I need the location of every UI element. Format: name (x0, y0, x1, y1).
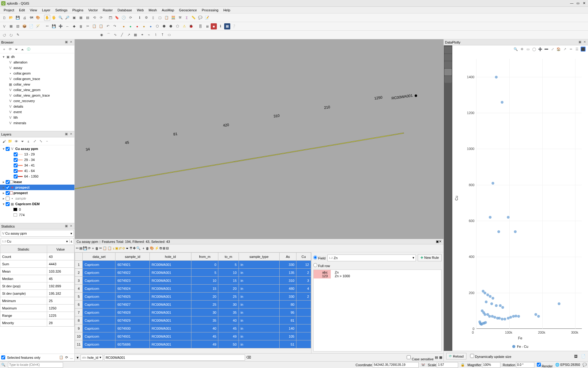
case-sensitive-checkbox[interactable]: Case sensitive (407, 354, 434, 361)
table-row[interactable]: 11Capricorn6075686RC00WA0014950in51 (75, 340, 311, 348)
copy-icon[interactable]: 📋 (91, 23, 97, 29)
browser-item[interactable]: •collar.geom (0, 71, 74, 76)
open-project-icon[interactable]: 📂 (8, 15, 14, 21)
attr-dock-icon[interactable]: ▣ (436, 240, 439, 243)
dp-zoomin-icon[interactable]: ➕ (538, 47, 543, 52)
stats-refresh-icon[interactable]: ⟳ (65, 355, 68, 359)
zoom-last-icon[interactable]: ⟲ (91, 15, 97, 21)
browser-item[interactable]: Vdetails (0, 104, 74, 109)
trace-icon[interactable]: ↗ (126, 32, 132, 38)
layout1-icon[interactable]: ⊞ (163, 246, 165, 250)
coord-input[interactable] (373, 362, 419, 368)
dp-zoomout-icon[interactable]: ➖ (544, 47, 549, 52)
new-field-icon[interactable]: ＋ (142, 246, 145, 251)
del-field-icon[interactable]: 🗑 (146, 247, 149, 250)
offset-icon[interactable]: ⤒ (159, 32, 165, 38)
temporal-icon[interactable]: 🕒 (121, 15, 127, 21)
t3-b-icon[interactable]: ⭮ (8, 32, 14, 38)
multiedit-icon[interactable]: ▤ (79, 246, 82, 250)
split-icon[interactable]: ⌁ (146, 32, 152, 38)
reload-plot-button[interactable]: ⟳Reload (446, 353, 466, 359)
select-icon[interactable]: ▯ (150, 15, 156, 21)
dp-lasso-icon[interactable]: ◯ (532, 47, 537, 52)
redo-icon[interactable]: ↷ (111, 23, 118, 29)
attr-table[interactable]: data_set sample_id hole_id from_m to_m s… (75, 252, 311, 348)
menu-layer[interactable]: Layer (40, 8, 53, 13)
menu-help[interactable]: Help (221, 8, 233, 13)
db-icon[interactable]: 🗄 (197, 23, 203, 29)
dp-save-html-icon[interactable]: 📄 (581, 354, 586, 358)
line-icon[interactable]: ╱ (119, 32, 125, 38)
dp-autoscale-icon[interactable]: ⤢ (550, 47, 555, 52)
browser-item[interactable]: Vcollar_view_geom_trace (0, 93, 74, 98)
buffer-icon[interactable]: ⬭ (166, 32, 172, 38)
expr-filter-icon[interactable]: ε (26, 139, 31, 144)
new-project-icon[interactable]: 🗋 (1, 15, 7, 21)
refresh-browser-icon[interactable]: ⟳ (7, 47, 13, 52)
layers-close-icon[interactable]: ✕ (69, 132, 73, 136)
layout-manager-icon[interactable]: 🗺 (28, 15, 34, 21)
layer-prospect2[interactable]: ▸prospect (0, 190, 74, 196)
collapse-icon[interactable]: ⏶ (20, 47, 25, 52)
new-bookmark-icon[interactable]: 🔖 (114, 15, 120, 21)
dp-close-icon[interactable]: ✕ (582, 40, 587, 44)
pan-to-sel-icon[interactable]: ✥ (133, 246, 136, 250)
attr-h4[interactable]: from_m (191, 253, 218, 261)
measure-icon[interactable]: 📏 (190, 15, 197, 21)
attr-h3[interactable]: hole_id (149, 253, 191, 261)
stats-icon[interactable]: Σ (184, 15, 190, 21)
paste2-icon[interactable]: 📋 (107, 246, 112, 250)
table-row[interactable]: 7Capricorn6074928RC00WA0013035in95 (75, 309, 311, 316)
zoom-selection-icon[interactable]: ▦ (78, 15, 84, 21)
mesh-layer-icon[interactable]: ▧ (15, 23, 21, 29)
dp-tab-help[interactable] (444, 76, 452, 83)
plugin1-icon[interactable]: ● (121, 23, 127, 29)
dp-tab-view[interactable] (444, 69, 452, 75)
stats-close-icon[interactable]: ✕ (69, 224, 73, 228)
dp-tab-settings[interactable] (444, 47, 452, 53)
rot-input[interactable] (516, 362, 534, 368)
layer-range[interactable]: 41 - 64 (0, 168, 74, 174)
zoom-next-icon[interactable]: ⟳ (98, 15, 104, 21)
new-map-view-icon[interactable]: 🗔 (107, 15, 113, 21)
open-table-icon[interactable]: 📋 (164, 15, 170, 21)
zoom-in-icon[interactable]: 🔍 (58, 15, 64, 21)
undo-icon[interactable]: ↶ (105, 23, 111, 29)
layout2-icon[interactable]: ⊟ (166, 246, 169, 250)
menu-view[interactable]: View (27, 8, 40, 13)
move-top-icon[interactable]: ⇈ (130, 246, 132, 250)
move-feature-icon[interactable]: ↔ (64, 23, 70, 29)
layer-prospect-selected[interactable]: ▸★prospect (0, 185, 74, 190)
stats-menu-icon[interactable]: … (70, 356, 73, 359)
new-shapefile-icon[interactable]: 📄 (28, 23, 34, 29)
menu-database[interactable]: Database (115, 8, 134, 13)
add-group-icon[interactable]: 📁 (7, 139, 13, 144)
raster-layer-icon[interactable]: ▦ (8, 23, 14, 29)
collapse-all-icon[interactable]: ⤡ (38, 139, 43, 144)
new-rule-button[interactable]: ✚ New Rule (418, 254, 442, 261)
lock-scale-icon[interactable]: 🔒 (461, 363, 465, 367)
browser-item[interactable]: Valteration (0, 59, 74, 65)
table-row[interactable]: 4Capricorn6074924RC00WA0011520in4804 (75, 285, 311, 293)
stats-copy-icon[interactable]: 📋 (59, 355, 63, 359)
extents-icon[interactable]: 🐭 (421, 363, 425, 367)
expand-icon[interactable]: ⤢ (32, 139, 37, 144)
menu-settings[interactable]: Settings (53, 8, 70, 13)
zoom-layer-icon[interactable]: ▤ (85, 15, 91, 21)
delete-icon[interactable]: 🗑 (78, 23, 84, 29)
mag-input[interactable] (482, 362, 500, 368)
plugin2-icon[interactable]: ● (127, 23, 134, 29)
pan-to-icon[interactable]: 🖐 (51, 15, 57, 21)
zoom-full-icon[interactable]: ▣ (71, 15, 77, 21)
reload-table-icon[interactable]: ⟳ (88, 246, 91, 250)
filter-browser-icon[interactable]: ⏷ (13, 47, 19, 52)
copy2-icon[interactable]: 📋 (103, 246, 107, 250)
menu-geoscience[interactable]: Geoscience (177, 8, 199, 13)
attr-h0[interactable] (75, 253, 83, 261)
attr-h1[interactable]: data_set (83, 253, 115, 261)
attr-h5[interactable]: to_m (218, 253, 239, 261)
clear-filter-icon[interactable]: ⌫ (246, 355, 251, 359)
table-row[interactable]: 2Capricorn6074922RC00WA001510in1352 (75, 269, 311, 277)
plugin7-icon[interactable]: ⬢ (161, 23, 167, 29)
filter-layers-icon[interactable]: ⏷ (20, 139, 25, 144)
